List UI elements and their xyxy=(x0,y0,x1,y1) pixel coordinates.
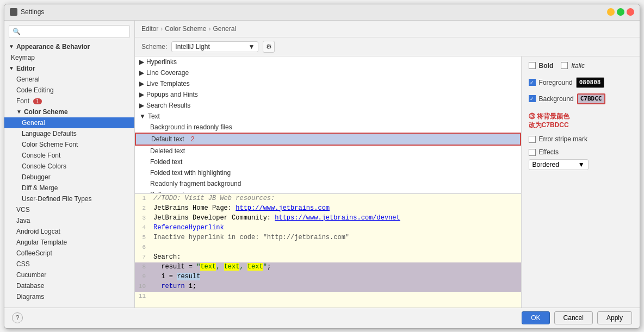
sidebar-item-coffeescript[interactable]: CoffeeScript xyxy=(4,248,134,259)
background-checkbox[interactable] xyxy=(529,95,536,102)
effects-row: Effects Bordered ▼ xyxy=(529,148,633,170)
maximize-button[interactable] xyxy=(617,8,624,16)
background-color-picker[interactable]: C7BDCC xyxy=(577,93,605,104)
sidebar-label: Color Scheme xyxy=(24,108,68,116)
sidebar-item-debugger[interactable]: Debugger xyxy=(4,172,134,183)
line-number: 2 xyxy=(135,205,151,211)
tree-item-line-coverage[interactable]: ▶ Line Coverage xyxy=(135,67,521,78)
sidebar-item-css[interactable]: CSS xyxy=(4,259,134,270)
sidebar-item-editor[interactable]: ▼ Editor xyxy=(4,63,134,74)
tree-item-default-text[interactable]: Default text 2 xyxy=(135,133,521,146)
line-number: 3 xyxy=(135,215,151,221)
error-stripe-checkbox[interactable] xyxy=(529,136,536,143)
foreground-checkbox[interactable] xyxy=(529,79,536,86)
cancel-button[interactable]: Cancel xyxy=(554,311,593,324)
sidebar-item-color-scheme-font[interactable]: Color Scheme Font xyxy=(4,139,134,150)
tree-label: Folded text with highlighting xyxy=(150,169,231,177)
code-line-11: 11 xyxy=(135,292,521,302)
sidebar-item-console-font[interactable]: Console Font xyxy=(4,150,134,161)
tree-item-text[interactable]: ▼ Text xyxy=(135,111,521,122)
sidebar-item-code-editing[interactable]: Code Editing xyxy=(4,85,134,96)
annotation-text: ③ 将背景颜色 改为C7BDCC xyxy=(529,112,633,130)
sidebar-item-user-defined[interactable]: User-Defined File Types xyxy=(4,193,134,204)
collapsed-icon: ▶ xyxy=(139,80,144,87)
sidebar-item-java[interactable]: Java xyxy=(4,215,134,226)
line-number: 11 xyxy=(135,293,151,299)
effects-checkbox[interactable] xyxy=(529,149,536,156)
search-box[interactable]: 🔍 xyxy=(9,25,130,38)
foreground-color-picker[interactable]: 080808 xyxy=(576,77,604,88)
sidebar-item-diff-merge[interactable]: Diff & Merge xyxy=(4,183,134,193)
sidebar-item-keymap[interactable]: Keymap xyxy=(4,52,134,63)
tree-item-search-results[interactable]: ▶ Search Results xyxy=(135,100,521,111)
search-input[interactable] xyxy=(23,28,126,35)
help-button[interactable]: ? xyxy=(12,312,23,323)
tree-label: Deleted text xyxy=(150,147,185,155)
sidebar-label: Console Font xyxy=(22,152,60,159)
tree-item-live-templates[interactable]: ▶ Live Templates xyxy=(135,78,521,89)
sidebar-label: CSS xyxy=(16,260,30,268)
tree-label: Hyperlinks xyxy=(146,58,177,66)
tree-item-deleted-text[interactable]: Deleted text xyxy=(135,146,521,156)
caret-icon: ▼ xyxy=(9,65,14,71)
tree-label: Default text xyxy=(151,135,184,143)
bold-label: Bold xyxy=(539,62,554,70)
sidebar-item-general[interactable]: General xyxy=(4,74,134,85)
scheme-gear-button[interactable]: ⚙ xyxy=(263,41,275,53)
bold-checkbox[interactable] xyxy=(529,62,536,69)
italic-checkbox[interactable] xyxy=(561,62,568,69)
sidebar-item-database[interactable]: Database xyxy=(4,280,134,291)
sidebar-label: Console Colors xyxy=(22,162,66,170)
props-panel: Bold Italic Foreground 080808 xyxy=(522,57,640,308)
sidebar-item-language-defaults[interactable]: Language Defaults xyxy=(4,128,134,139)
tree-label: Readonly fragment background xyxy=(150,180,241,187)
sidebar-item-font[interactable]: Font 1 xyxy=(4,96,134,107)
code-line-8: 8 result = "text, text, text"; xyxy=(135,262,521,272)
tree-item-popups-hints[interactable]: ▶ Popups and Hints xyxy=(135,89,521,100)
foreground-row: Foreground 080808 xyxy=(529,77,633,88)
scheme-label: Scheme: xyxy=(141,43,167,51)
sidebar-item-color-scheme[interactable]: ▼ Color Scheme xyxy=(4,107,134,117)
sidebar-item-vcs[interactable]: VCS xyxy=(4,204,134,215)
tree-label: Line Coverage xyxy=(146,69,189,77)
code-content: Inactive hyperlink in code: "http://jetb… xyxy=(151,234,521,241)
sidebar-label: Editor xyxy=(16,65,35,72)
sidebar-label: CoffeeScript xyxy=(16,249,52,257)
breadcrumb-part3: General xyxy=(213,25,236,33)
ok-button[interactable]: OK xyxy=(522,311,549,324)
sidebar-label: Appearance & Behavior xyxy=(16,43,90,51)
close-button[interactable] xyxy=(627,8,634,16)
sidebar-item-cs-general[interactable]: General xyxy=(4,117,134,128)
line-number: 4 xyxy=(135,224,151,231)
breadcrumb-part1: Editor xyxy=(141,25,158,33)
background-label: Background xyxy=(539,95,574,103)
tree-item-folded-text[interactable]: Folded text xyxy=(135,156,521,167)
sidebar-item-cucumber[interactable]: Cucumber xyxy=(4,270,134,280)
step2-annotation: 2 xyxy=(191,135,195,143)
sidebar-item-console-colors[interactable]: Console Colors xyxy=(4,161,134,172)
code-line-1: 1 //TODO: Visit JB Web resources: xyxy=(135,194,521,204)
tree-item-folded-text-highlight[interactable]: Folded text with highlighting xyxy=(135,167,521,178)
tree-item-bg-readonly[interactable]: Background in readonly files xyxy=(135,122,521,133)
foreground-color-value: 080808 xyxy=(579,79,601,86)
tree-item-soft-wrap[interactable]: Soft wrap sign xyxy=(135,189,521,193)
minimize-button[interactable] xyxy=(607,8,615,16)
apply-button[interactable]: Apply xyxy=(597,311,632,324)
sidebar-item-angular-template[interactable]: Angular Template xyxy=(4,237,134,248)
line-number: 5 xyxy=(135,234,151,241)
sidebar-label: Cucumber xyxy=(16,271,46,279)
scheme-select[interactable]: IntelliJ Light ▼ xyxy=(171,41,258,52)
tree-item-readonly-fragment[interactable]: Readonly fragment background xyxy=(135,178,521,189)
sidebar-label: VCS xyxy=(16,206,30,214)
sidebar-label: Keymap xyxy=(11,54,35,61)
effects-dropdown[interactable]: Bordered ▼ xyxy=(529,159,589,170)
code-content: ReferenceHyperlink xyxy=(151,224,521,231)
tree-item-hyperlinks[interactable]: ▶ Hyperlinks xyxy=(135,57,521,67)
line-number: 6 xyxy=(135,244,151,250)
main-content: Editor › Color Scheme › General Scheme: … xyxy=(135,21,640,308)
scheme-value: IntelliJ Light xyxy=(175,43,209,51)
sidebar-item-appearance-behavior[interactable]: ▼ Appearance & Behavior xyxy=(4,41,134,52)
sidebar-item-diagrams[interactable]: Diagrams xyxy=(4,291,134,302)
tree-label: Folded text xyxy=(150,158,182,166)
sidebar-item-android-logcat[interactable]: Android Logcat xyxy=(4,226,134,237)
